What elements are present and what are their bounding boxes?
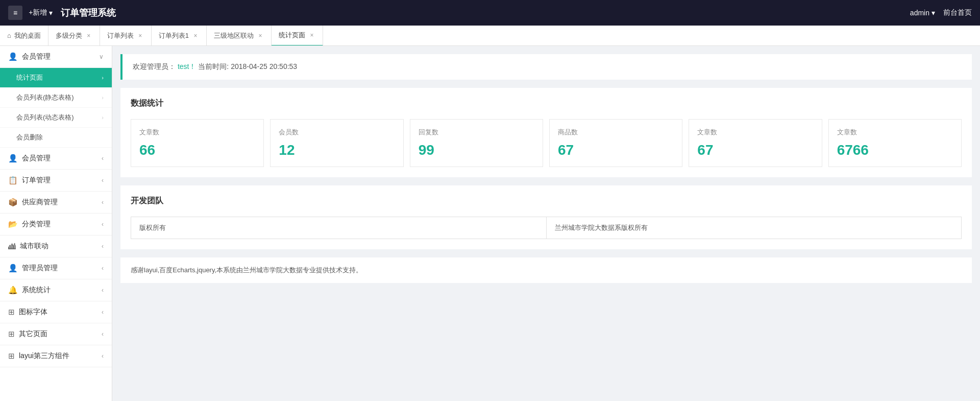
tab-close-icon[interactable]: × (137, 32, 144, 39)
stat-item: 文章数6766 (828, 119, 962, 167)
sidebar-item-member-list-dynamic[interactable]: 会员列表(动态表格)› (0, 108, 112, 128)
sidebar-group-city-mgmt[interactable]: 🏙城市联动‹ (0, 235, 112, 257)
stat-item: 回复数99 (410, 119, 543, 167)
sidebar-group-icon: ⊞ (8, 329, 15, 339)
stat-label: 文章数 (837, 128, 953, 137)
stat-item: 会员数12 (270, 119, 403, 167)
sidebar-group-member-mgmt2[interactable]: 👤会员管理‹ (0, 148, 112, 170)
sidebar: 👤会员管理∨统计页面›会员列表(静态表格)›会员列表(动态表格)›会员删除👤会员… (0, 46, 112, 401)
add-new-button[interactable]: +新增 ▾ (29, 8, 53, 17)
app-logo: 订单管理系统 (53, 0, 116, 26)
tab-close-icon[interactable]: × (308, 32, 315, 39)
stats-section-title: 数据统计 (131, 98, 962, 109)
home-icon: ⌂ (7, 32, 11, 39)
stat-label: 会员数 (279, 128, 395, 137)
stat-value: 12 (279, 142, 395, 158)
tab-close-icon[interactable]: × (257, 32, 264, 39)
admin-dropdown-button[interactable]: admin ▾ (910, 9, 935, 17)
tab-label: 订单列表1 (159, 31, 189, 40)
tab-label: 我的桌面 (14, 31, 41, 40)
dev-team-key: 版权所有 (131, 217, 547, 239)
stat-label: 文章数 (139, 128, 255, 137)
frontend-link[interactable]: 前台首页 (943, 8, 972, 17)
sidebar-group-order-mgmt[interactable]: 📋订单管理‹ (0, 170, 112, 192)
sidebar-group-icon: ⊞ (8, 308, 15, 317)
sidebar-group-icon: 👤 (8, 154, 18, 163)
sidebar-group-label: 城市联动 (20, 242, 48, 251)
sidebar-group-admin-mgmt[interactable]: 👤管理员管理‹ (0, 257, 112, 279)
sidebar-group-icon-font[interactable]: ⊞图标字体‹ (0, 301, 112, 323)
sidebar-sub-label: 会员列表(动态表格) (16, 113, 74, 122)
sidebar-group-label: 图标字体 (19, 308, 47, 317)
tab-bar: ⌂我的桌面多级分类×订单列表×订单列表1×三级地区联动×统计页面× (0, 26, 980, 46)
tab-label: 三级地区联动 (214, 31, 254, 40)
sidebar-sub-label: 统计页面 (16, 73, 43, 82)
tab-multi-category[interactable]: 多级分类× (48, 26, 100, 46)
sidebar-group-icon: 🔔 (8, 286, 18, 295)
main-layout: 👤会员管理∨统计页面›会员列表(静态表格)›会员列表(动态表格)›会员删除👤会员… (0, 46, 980, 401)
thanks-text: 感谢layui,百度Echarts,jquery,本系统由兰州城市学院大数据专业… (120, 257, 972, 283)
dev-team-section: 开发团队 版权所有兰州城市学院大数据系版权所有 (120, 185, 972, 249)
stat-item: 文章数66 (131, 119, 264, 167)
sidebar-group-arrow: ‹ (102, 155, 104, 162)
tab-order-list1[interactable]: 订单列表1× (152, 26, 207, 46)
sidebar-group-label: 订单管理 (22, 176, 51, 185)
sidebar-group-label: 会员管理 (22, 154, 51, 163)
sidebar-group-icon: 🏙 (8, 242, 16, 251)
tab-city-linkage[interactable]: 三级地区联动× (207, 26, 272, 46)
sidebar-group-icon: 👤 (8, 264, 18, 273)
sidebar-group-arrow: ‹ (102, 309, 104, 316)
stats-grid: 文章数66会员数12回复数99商品数67文章数67文章数6766 (131, 119, 962, 167)
dev-team-value: 兰州城市学院大数据系版权所有 (546, 217, 962, 239)
sidebar-group-icon: 📦 (8, 198, 18, 207)
menu-toggle-button[interactable]: ≡ (8, 6, 22, 20)
sidebar-group-label: 供应商管理 (22, 198, 58, 207)
sidebar-group-arrow: ‹ (102, 177, 104, 184)
tab-order-list[interactable]: 订单列表× (100, 26, 152, 46)
tab-close-icon[interactable]: × (85, 32, 92, 39)
sidebar-group-label: 系统统计 (22, 286, 51, 295)
sidebar-item-member-list-static[interactable]: 会员列表(静态表格)› (0, 88, 112, 108)
sidebar-group-sys-stats[interactable]: 🔔系统统计‹ (0, 279, 112, 301)
sidebar-sub-arrow: › (102, 95, 104, 101)
sidebar-group-icon: 👤 (8, 52, 18, 61)
dev-team-title: 开发团队 (131, 196, 962, 206)
sidebar-group-label: 其它页面 (19, 329, 47, 339)
stat-label: 回复数 (419, 128, 534, 137)
dev-team-row: 版权所有兰州城市学院大数据系版权所有 (131, 217, 962, 239)
sidebar-group-category-mgmt[interactable]: 📂分类管理‹ (0, 214, 112, 235)
sidebar-item-member-delete[interactable]: 会员删除 (0, 128, 112, 148)
sidebar-group-arrow: ‹ (102, 287, 104, 294)
stat-value: 66 (139, 142, 255, 158)
sidebar-group-other-pages[interactable]: ⊞其它页面‹ (0, 323, 112, 345)
tab-stats-page[interactable]: 统计页面× (272, 26, 323, 46)
sidebar-group-icon: 📋 (8, 176, 18, 185)
stat-value: 67 (697, 142, 813, 158)
sidebar-sub-arrow: › (102, 75, 104, 81)
stat-value: 6766 (837, 142, 953, 158)
sidebar-group-supplier-mgmt[interactable]: 📦供应商管理‹ (0, 192, 112, 214)
sidebar-item-stats-page[interactable]: 统计页面› (0, 68, 112, 88)
sidebar-group-label: layui第三方组件 (19, 351, 69, 361)
sidebar-group-arrow: ‹ (102, 331, 104, 338)
sidebar-group-arrow: ‹ (102, 221, 104, 228)
sidebar-group-member-mgmt[interactable]: 👤会员管理∨ (0, 46, 112, 68)
sidebar-group-layui-third[interactable]: ⊞layui第三方组件‹ (0, 345, 112, 367)
sidebar-sub-label: 会员删除 (16, 133, 43, 142)
header-right-area: admin ▾ 前台首页 (910, 8, 972, 17)
sidebar-group-label: 分类管理 (22, 220, 51, 229)
content-area: 欢迎管理员： test！ 当前时间: 2018-04-25 20:50:53 数… (112, 46, 980, 401)
tab-label: 订单列表 (107, 31, 134, 40)
tab-desktop[interactable]: ⌂我的桌面 (0, 26, 48, 46)
sidebar-group-arrow: ‹ (102, 265, 104, 272)
sidebar-sub-label: 会员列表(静态表格) (16, 93, 74, 102)
sidebar-group-icon: 📂 (8, 220, 18, 229)
stats-section: 数据统计 文章数66会员数12回复数99商品数67文章数67文章数6766 (120, 88, 972, 177)
stat-value: 67 (558, 142, 674, 158)
tab-close-icon[interactable]: × (192, 32, 199, 39)
stat-label: 文章数 (697, 128, 813, 137)
tab-label: 多级分类 (56, 31, 82, 40)
sidebar-group-arrow: ‹ (102, 199, 104, 206)
tab-label: 统计页面 (279, 31, 305, 40)
stat-item: 文章数67 (689, 119, 822, 167)
